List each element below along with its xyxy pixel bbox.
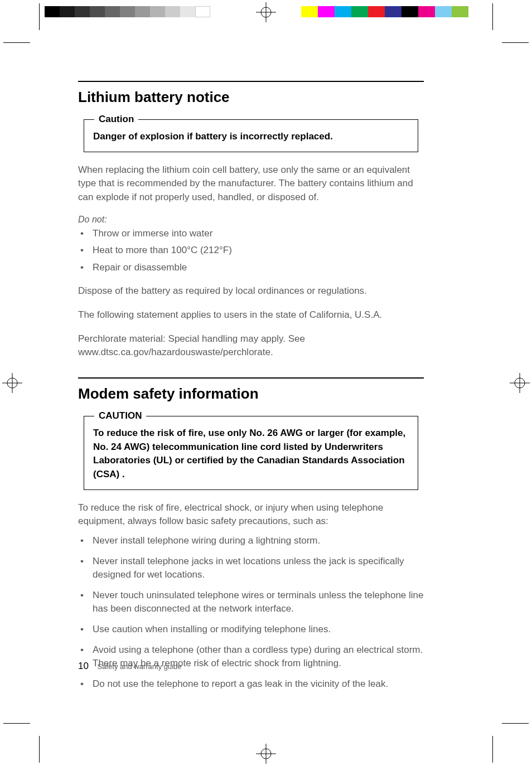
list-item: Never install telephone wiring during a … (78, 534, 424, 548)
caution-text-2: To reduce the risk of fire, use only No.… (93, 426, 409, 482)
page-content: Lithium battery notice Caution Danger of… (78, 81, 424, 701)
color-bar (301, 6, 468, 17)
section2-title: Modem safety information (78, 385, 424, 403)
gray-step-wedge (45, 6, 210, 17)
list-item: Heat to more than 100°C (212°F) (78, 244, 424, 258)
section1-title: Lithium battery notice (78, 89, 424, 106)
section1-para4: Perchlorate material: Special handling m… (78, 332, 424, 360)
registration-mark-bottom (256, 744, 276, 764)
list-item: Never touch uninsulated telephone wires … (78, 589, 424, 616)
section2-para1: To reduce the risk of fire, electrical s… (78, 501, 424, 529)
list-item: Repair or disassemble (78, 261, 424, 275)
caution-text-1: Danger of explosion if battery is incorr… (93, 130, 409, 144)
page-footer: 10 Safety and warranty guide (78, 661, 182, 709)
donot-label: Do not: (78, 215, 424, 225)
caution-box-2: CAUTION To reduce the risk of fire, use … (84, 416, 418, 490)
footer-doc-title: Safety and warranty guide (98, 662, 182, 671)
list-item: Throw or immerse into water (78, 227, 424, 241)
section1-para2: Dispose of the battery as required by lo… (78, 284, 424, 298)
registration-mark-top (256, 2, 276, 22)
section-rule (78, 81, 424, 82)
section-rule (78, 377, 424, 379)
caution-box-1: Caution Danger of explosion if battery i… (84, 119, 418, 152)
caution-label-1: Caution (94, 114, 138, 125)
section1-para1: When replacing the lithium coin cell bat… (78, 163, 424, 205)
registration-mark-right (510, 373, 530, 393)
caution-label-2: CAUTION (94, 410, 146, 421)
list-item: Never install telephone jacks in wet loc… (78, 555, 424, 582)
donot-list: Throw or immerse into water Heat to more… (78, 227, 424, 275)
page-number: 10 (78, 661, 89, 671)
list-item: Use caution when installing or modifying… (78, 623, 424, 637)
section1-para3: The following statement applies to users… (78, 308, 424, 322)
registration-mark-left (2, 373, 22, 393)
